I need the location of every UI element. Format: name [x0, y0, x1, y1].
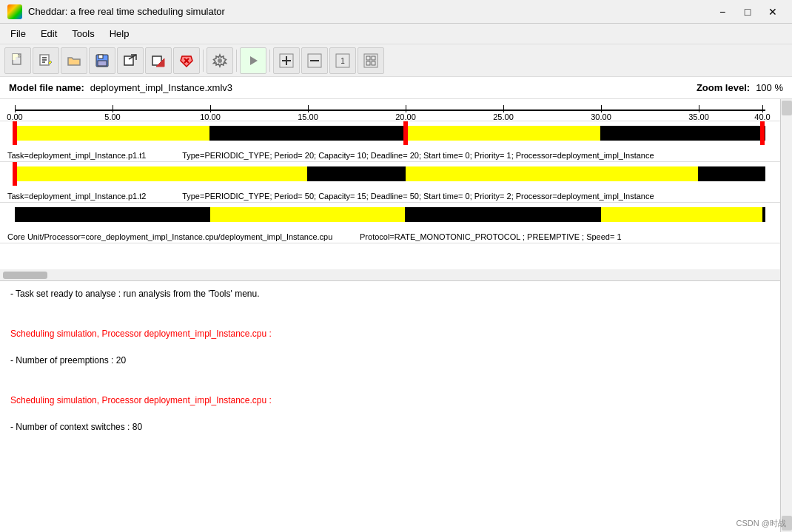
title-bar-controls: − □ ✕ [711, 4, 785, 19]
app-icon [7, 4, 22, 19]
model-bar-label: Model file name: [9, 82, 84, 93]
svg-point-15 [218, 58, 222, 63]
maximize-button[interactable]: □ [736, 4, 759, 19]
tick-25: 25.00 [493, 112, 514, 121]
output-line-8: Scheduling simulation, Processor deploym… [10, 395, 770, 405]
tick-30: 30.00 [591, 112, 611, 121]
tick-0: 0.00 [7, 112, 22, 121]
delete-button[interactable] [173, 47, 200, 74]
menu-file[interactable]: File [3, 25, 33, 42]
svg-rect-2 [13, 57, 16, 60]
reset-zoom-button[interactable]: 1 [329, 47, 356, 74]
toolbar-separator-1 [203, 50, 204, 72]
timeline-ruler: 0.00 5.00 10.00 15.00 20.00 25.00 30.00 … [0, 99, 780, 121]
tick-15: 15.00 [298, 112, 318, 121]
watermark: CSDN @时战 [736, 518, 786, 529]
tick-5: 5.00 [104, 112, 120, 121]
menu-help[interactable]: Help [102, 25, 137, 42]
output-line-10: - Number of context switches : 80 [10, 422, 770, 432]
toolbar-separator-2 [236, 50, 237, 72]
export-button[interactable] [117, 47, 144, 74]
new-button[interactable] [4, 47, 31, 74]
svg-rect-1 [13, 54, 18, 57]
title-bar: Cheddar: a free real time scheduling sim… [0, 0, 792, 24]
zoom-value: 100 % [756, 82, 783, 93]
task1-label: Task=deployment_impl_Instance.p1.t1 Type… [7, 151, 654, 160]
svg-rect-26 [372, 56, 375, 60]
h-scroll-thumb[interactable] [3, 272, 47, 279]
menu-tools[interactable]: Tools [64, 25, 101, 42]
svg-rect-8 [98, 55, 103, 58]
fit-button[interactable] [358, 47, 384, 74]
output-line-3: Scheduling simulation, Processor deploym… [10, 329, 770, 339]
zoom-out-button[interactable] [301, 47, 328, 74]
settings-button[interactable] [207, 47, 233, 74]
gantt-row-core: Core Unit/Processor=core_deployment_impl… [0, 203, 780, 243]
zoom-in-button[interactable] [273, 47, 300, 74]
model-bar: Model file name: deployment_impl_Instanc… [0, 77, 792, 99]
title-bar-text: Cheddar: a free real time scheduling sim… [28, 6, 711, 17]
task2-label: Task=deployment_impl_Instance.p1.t2 Type… [7, 192, 654, 201]
run-button[interactable] [240, 47, 266, 74]
gantt-row-task1: Task=deployment_impl_Instance.p1.t1 Type… [0, 121, 780, 162]
toolbar-separator-3 [269, 50, 270, 72]
output-area: - Task set ready to analyse : run analys… [0, 281, 780, 532]
tick-20: 20.00 [395, 112, 416, 121]
toolbar: 1 [0, 44, 792, 77]
menu-bar: File Edit Tools Help [0, 24, 792, 44]
output-line-5: - Number of preemptions : 20 [10, 355, 770, 366]
svg-text:1: 1 [340, 57, 345, 65]
svg-rect-28 [372, 61, 375, 65]
output-line-0: - Task set ready to analyse : run analys… [10, 289, 770, 299]
v-scroll-up[interactable] [782, 101, 792, 115]
edit-button[interactable] [33, 47, 59, 74]
close-button[interactable]: ✕ [761, 4, 785, 19]
import-button[interactable] [145, 47, 172, 74]
svg-rect-27 [366, 61, 370, 65]
minimize-button[interactable]: − [711, 4, 734, 19]
open-button[interactable] [61, 47, 87, 74]
model-filename: deployment_impl_Instance.xmlv3 [90, 82, 697, 93]
gantt-chart-area: 0.00 5.00 10.00 15.00 20.00 25.00 30.00 … [0, 99, 780, 269]
tick-35: 35.00 [688, 112, 709, 121]
gantt-row-task2: Task=deployment_impl_Instance.p1.t2 Type… [0, 162, 780, 203]
svg-rect-25 [366, 56, 370, 60]
menu-edit[interactable]: Edit [33, 25, 64, 42]
core-label: Core Unit/Processor=core_deployment_impl… [7, 232, 622, 241]
tick-40: 40.0 [754, 112, 770, 121]
vertical-scrollbar[interactable] [780, 99, 792, 532]
svg-rect-9 [98, 61, 107, 66]
save-button[interactable] [89, 47, 115, 74]
horizontal-scrollbar[interactable] [0, 269, 780, 281]
tick-10: 10.00 [200, 112, 221, 121]
svg-marker-16 [250, 56, 258, 65]
zoom-label: Zoom level: [697, 82, 750, 93]
